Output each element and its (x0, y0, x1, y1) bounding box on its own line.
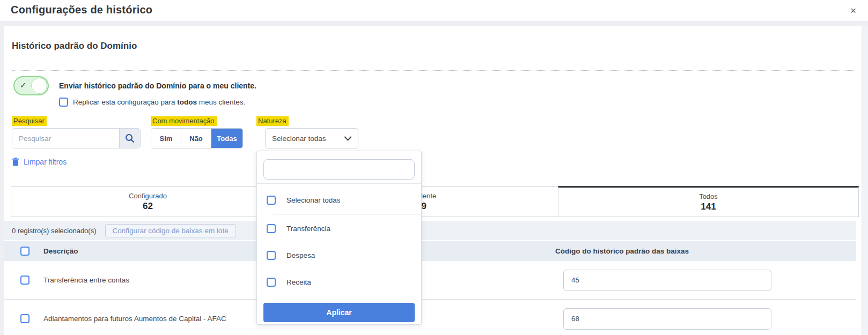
nature-select-value: Selecionar todas (272, 135, 326, 143)
search-icon (125, 133, 135, 143)
tab-todos[interactable]: Todos 141 (558, 186, 859, 217)
replicate-label: Replicar esta configuração para todos me… (73, 98, 245, 106)
tab-configurado[interactable]: Configurado 62 (11, 186, 284, 217)
row-code-input[interactable] (563, 270, 771, 291)
dropdown-item-checkbox[interactable] (267, 278, 276, 287)
dropdown-item-selecionar-todas[interactable]: Selecionar todas (257, 187, 421, 213)
selected-count-text: 0 registro(s) selecionado(s) (12, 227, 97, 235)
table-header: Descrição Código do histórico padrão das… (4, 241, 856, 261)
clear-filters-label: Limpar filtros (24, 158, 67, 166)
column-header-code: Código do histórico padrão das baixas (555, 247, 689, 255)
scrollbar-track[interactable] (863, 26, 868, 335)
toggle-knob (31, 78, 47, 94)
trash-icon (12, 158, 19, 166)
nature-select[interactable]: Selecionar todas (265, 128, 358, 148)
send-default-history-toggle[interactable]: ✓ (13, 76, 49, 95)
row-description: Transferência entre contas (43, 276, 129, 284)
movement-option-sim[interactable]: Sim (151, 129, 181, 148)
replicate-checkbox[interactable] (59, 98, 68, 107)
dropdown-item-receita[interactable]: Receita (257, 269, 421, 295)
batch-configure-button[interactable]: Configurar código de baixas em lote (105, 224, 236, 237)
dropdown-divider (273, 214, 421, 214)
dropdown-item-checkbox[interactable] (267, 224, 276, 233)
search-filter-label: Pesquisar (12, 116, 47, 126)
row-description: Adiantamentos para futuros Aumentos de C… (43, 315, 226, 323)
replicate-row: Replicar esta configuração para todos me… (59, 98, 245, 107)
movement-filter-label: Com movimentação (151, 116, 217, 126)
column-header-description: Descrição (43, 247, 78, 255)
movement-option-nao[interactable]: Não (181, 129, 211, 148)
row-checkbox[interactable] (20, 276, 30, 285)
row-checkbox[interactable] (20, 314, 30, 323)
search-group (12, 128, 141, 148)
dropdown-item-despesa[interactable]: Despesa (257, 242, 421, 269)
search-button[interactable] (119, 129, 140, 148)
table-row: Transferência entre contas (4, 261, 856, 300)
movement-button-group: Sim Não Todas (151, 128, 243, 148)
dotted-divider (12, 70, 854, 71)
search-input[interactable] (12, 129, 119, 148)
dropdown-filter-input[interactable] (263, 159, 415, 180)
dropdown-item-transferencia[interactable]: Transferência (257, 215, 421, 242)
dropdown-search-wrap (257, 151, 421, 184)
batch-actions-bar: 0 registro(s) selecionado(s) Configurar … (4, 221, 856, 240)
modal-title: Configurações de histórico (11, 4, 152, 16)
check-icon: ✓ (20, 80, 27, 90)
select-all-rows-checkbox[interactable] (20, 247, 30, 256)
apply-button[interactable]: Aplicar (263, 303, 415, 322)
dropdown-item-checkbox[interactable] (267, 251, 276, 260)
close-icon[interactable]: × (850, 4, 856, 17)
row-code-input[interactable] (563, 308, 771, 330)
send-default-history-label: Enviar histórico padrão do Domínio para … (59, 81, 256, 90)
chevron-down-icon (344, 136, 351, 141)
nature-filter-label: Natureza (256, 116, 289, 126)
table-row: Adiantamentos para futuros Aumentos de C… (4, 300, 856, 335)
nature-dropdown-panel: Selecionar todas Transferência Despesa R… (256, 151, 422, 325)
clear-filters-link[interactable]: Limpar filtros (12, 158, 67, 166)
dropdown-item-checkbox[interactable] (267, 196, 276, 205)
movement-option-todas[interactable]: Todas (211, 129, 242, 148)
page-title: Histórico padrão do Domínio (12, 41, 137, 51)
modal-header: Configurações de histórico × (0, 0, 868, 22)
main-panel: Histórico padrão do Domínio ✓ Enviar his… (4, 26, 862, 335)
status-tabs: Configurado 62 Pendente 79 Todos 141 (11, 186, 859, 217)
